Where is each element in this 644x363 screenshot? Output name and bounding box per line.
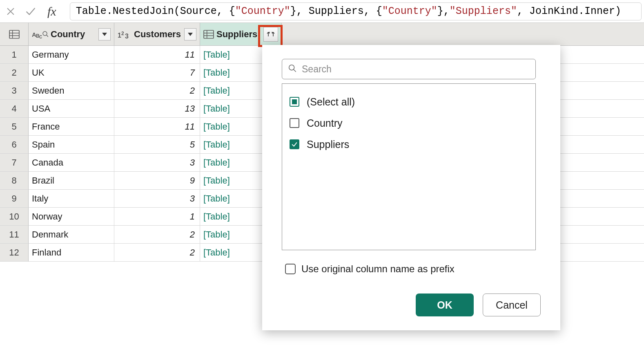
customers-filter-button[interactable] <box>184 28 196 40</box>
customers-cell[interactable]: 11 <box>114 46 200 64</box>
country-cell[interactable]: USA <box>29 100 114 118</box>
svg-text:1: 1 <box>118 32 121 39</box>
suppliers-header-label: Suppliers <box>216 29 263 40</box>
svg-point-7 <box>43 31 47 36</box>
row-index[interactable]: 4 <box>0 100 29 118</box>
country-cell[interactable]: UK <box>29 64 114 82</box>
table-type-icon <box>203 30 214 39</box>
formula-part: Table.NestedJoin(Source, { <box>76 5 235 17</box>
row-index[interactable]: 2 <box>0 64 29 82</box>
row-index[interactable]: 6 <box>0 136 29 154</box>
row-index[interactable]: 5 <box>0 118 29 136</box>
row-index[interactable]: 12 <box>0 244 29 262</box>
cancel-button[interactable]: Cancel <box>483 294 541 316</box>
row-index[interactable]: 11 <box>0 226 29 244</box>
select-all-option[interactable]: (Select all) <box>290 91 528 112</box>
select-all-checkbox[interactable] <box>290 97 299 107</box>
customers-cell[interactable]: 3 <box>114 154 200 172</box>
svg-text:C: C <box>39 35 42 39</box>
svg-line-17 <box>294 69 296 72</box>
header-trailer <box>282 23 644 46</box>
prefix-checkbox[interactable] <box>285 264 296 274</box>
formula-part: , JoinKind.Inner) <box>517 5 621 17</box>
formula-part: "Suppliers" <box>450 5 517 17</box>
customers-header-label: Customers <box>134 29 184 40</box>
row-index-header[interactable] <box>0 23 29 46</box>
country-column-header[interactable]: ABC Country <box>29 23 114 46</box>
country-filter-button[interactable] <box>98 28 111 40</box>
svg-rect-12 <box>204 30 214 38</box>
customers-cell[interactable]: 2 <box>114 226 200 244</box>
ok-button[interactable]: OK <box>416 294 474 316</box>
column-option-suppliers[interactable]: Suppliers <box>290 134 528 155</box>
suppliers-column-header[interactable]: Suppliers <box>200 23 282 46</box>
row-index[interactable]: 3 <box>0 82 29 100</box>
commit-formula-icon[interactable] <box>25 6 36 17</box>
formula-part: "Country" <box>235 5 290 17</box>
country-cell[interactable]: Canada <box>29 154 114 172</box>
country-cell[interactable]: Italy <box>29 190 114 208</box>
country-cell[interactable]: Sweden <box>29 82 114 100</box>
prefix-label: Use original column name as prefix <box>301 263 455 275</box>
country-header-label: Country <box>51 29 98 40</box>
row-index[interactable]: 1 <box>0 46 29 64</box>
fx-text: fx <box>47 4 56 18</box>
column-list: (Select all) Country Suppliers <box>282 83 536 250</box>
country-cell[interactable]: Finland <box>29 244 114 262</box>
customers-cell[interactable]: 9 <box>114 172 200 190</box>
country-cell[interactable]: Spain <box>29 136 114 154</box>
customers-cell[interactable]: 11 <box>114 118 200 136</box>
country-cell[interactable]: Denmark <box>29 226 114 244</box>
search-box[interactable] <box>282 59 536 79</box>
customers-cell[interactable]: 5 <box>114 136 200 154</box>
customers-cell[interactable]: 2 <box>114 244 200 262</box>
customers-cell[interactable]: 13 <box>114 100 200 118</box>
country-cell[interactable]: Norway <box>29 208 114 226</box>
expand-column-popup: (Select all) Country Suppliers Use origi… <box>262 45 560 330</box>
popup-buttons: OK Cancel <box>282 294 541 316</box>
row-index[interactable]: 8 <box>0 172 29 190</box>
svg-text:2: 2 <box>121 31 124 36</box>
country-cell[interactable]: France <box>29 118 114 136</box>
column-option-country[interactable]: Country <box>290 112 528 134</box>
cancel-formula-icon[interactable] <box>5 6 16 17</box>
formula-part: }, Suppliers, { <box>290 5 382 17</box>
prefix-option[interactable]: Use original column name as prefix <box>285 263 541 275</box>
row-index[interactable]: 10 <box>0 208 29 226</box>
ok-label: OK <box>437 299 452 311</box>
svg-text:3: 3 <box>125 33 129 39</box>
number-type-icon: 123 <box>118 29 131 39</box>
fx-label: fx <box>44 4 60 18</box>
suppliers-option-label: Suppliers <box>307 139 349 150</box>
svg-rect-0 <box>9 30 19 38</box>
search-icon <box>288 64 297 75</box>
customers-cell[interactable]: 2 <box>114 82 200 100</box>
expand-column-button[interactable] <box>263 27 278 42</box>
country-option-label: Country <box>307 117 343 129</box>
formula-part: }, <box>437 5 450 17</box>
svg-line-8 <box>47 35 48 37</box>
formula-input[interactable]: Table.NestedJoin(Source, { "Country" }, … <box>70 2 642 20</box>
formula-part: "Country" <box>382 5 437 17</box>
suppliers-checkbox[interactable] <box>290 139 299 149</box>
formula-bar: fx Table.NestedJoin(Source, { "Country" … <box>0 0 644 23</box>
cancel-label: Cancel <box>496 299 528 311</box>
customers-cell[interactable]: 7 <box>114 64 200 82</box>
country-checkbox[interactable] <box>290 118 299 128</box>
country-cell[interactable]: Germany <box>29 46 114 64</box>
search-input[interactable] <box>302 64 530 75</box>
row-index[interactable]: 9 <box>0 190 29 208</box>
customers-cell[interactable]: 1 <box>114 208 200 226</box>
country-cell[interactable]: Brazil <box>29 172 114 190</box>
customers-column-header[interactable]: 123 Customers <box>114 23 200 46</box>
select-all-label: (Select all) <box>307 96 355 108</box>
row-index[interactable]: 7 <box>0 154 29 172</box>
text-type-icon: ABC <box>32 29 48 39</box>
customers-cell[interactable]: 3 <box>114 190 200 208</box>
